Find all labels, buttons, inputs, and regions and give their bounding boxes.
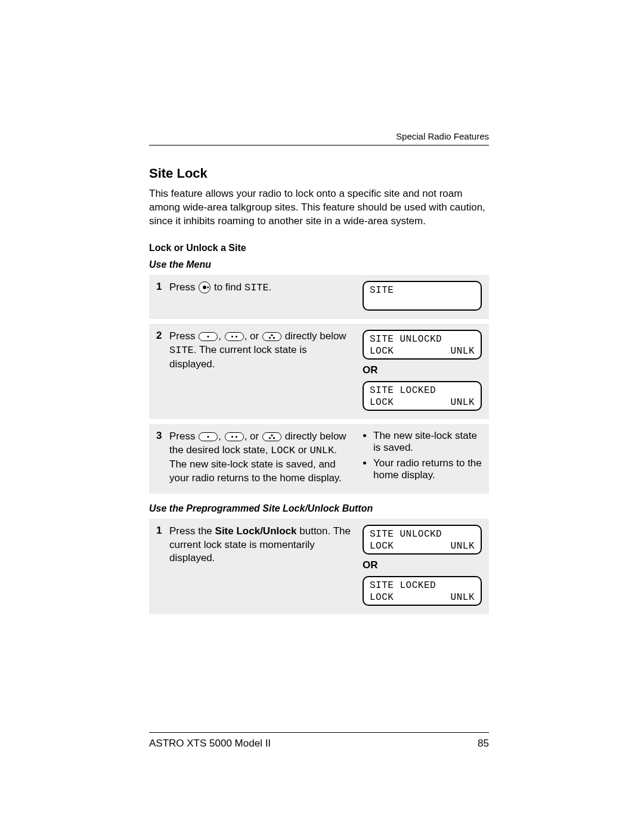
lcd-display-site: SITE (363, 281, 482, 311)
svg-point-6 (273, 337, 275, 339)
lcd-line: SITE UNLOCKD (370, 333, 475, 345)
lcd-softkey-lock: LOCK (370, 397, 394, 408)
softkey-one-dot-icon (199, 332, 218, 341)
subheading-use-button: Use the Preprogrammed Site Lock/Unlock B… (149, 503, 489, 514)
step-1-number: 1 (156, 281, 169, 293)
softkey-one-dot-icon (199, 432, 218, 441)
section-title: Site Lock (149, 166, 489, 181)
result-bullet: Your radio returns to the home display. (373, 457, 482, 481)
subheading-lock-unlock: Lock or Unlock a Site (149, 243, 489, 253)
result-bullet: The new site-lock state is saved. (373, 430, 482, 454)
lcd-line: SITE UNLOCKD (370, 528, 475, 540)
step-3-block: 3 Press , , or directly below the desire… (149, 424, 489, 494)
svg-point-4 (271, 334, 273, 336)
softkey-two-dots-icon (225, 332, 244, 341)
svg-point-1 (208, 336, 209, 337)
svg-point-0 (203, 286, 206, 289)
button-step-1-text: Press the Site Lock/Unlock button. The c… (169, 525, 363, 566)
lcd-display-locked: SITE LOCKED LOCKUNLK (363, 381, 482, 411)
or-label: OR (363, 364, 482, 376)
lcd-display-locked: SITE LOCKED LOCKUNLK (363, 576, 482, 606)
footer-page-number: 85 (478, 738, 489, 750)
lcd-display-unlocked: SITE UNLOCKD LOCKUNLK (363, 330, 482, 360)
step-2-block: 2 Press , , or directly below SITE. The … (149, 324, 489, 419)
svg-point-5 (269, 337, 271, 339)
footer-model: ASTRO XTS 5000 Model II (149, 738, 271, 750)
running-head: Special Radio Features (149, 131, 489, 145)
step-3-text: Press , , or directly below the desired … (169, 430, 363, 485)
page-footer: ASTRO XTS 5000 Model II 85 (149, 732, 489, 750)
softkey-two-dots-icon (225, 432, 244, 441)
lcd-softkey-lock: LOCK (370, 345, 394, 357)
step-3-number: 3 (156, 430, 169, 442)
step-2-number: 2 (156, 330, 169, 342)
lcd-softkey-unlk: UNLK (451, 540, 475, 552)
or-label: OR (363, 559, 482, 571)
step-1-block: 1 Press to find SITE. SITE (149, 275, 489, 319)
svg-point-11 (269, 437, 271, 439)
lcd-softkey-lock: LOCK (370, 592, 394, 603)
subheading-use-menu: Use the Menu (149, 259, 489, 270)
svg-point-7 (208, 436, 209, 438)
svg-point-3 (236, 336, 237, 337)
svg-point-2 (231, 336, 233, 337)
lcd-display-unlocked: SITE UNLOCKD LOCKUNLK (363, 525, 482, 555)
step-3-result: The new site-lock state is saved. Your r… (363, 430, 482, 485)
svg-point-8 (231, 436, 233, 438)
softkey-three-dots-icon (262, 332, 281, 341)
lcd-line: SITE LOCKED (370, 580, 475, 592)
intro-paragraph: This feature allows your radio to lock o… (149, 187, 489, 228)
lcd-softkey-lock: LOCK (370, 540, 394, 552)
lcd-line: SITE LOCKED (370, 385, 475, 397)
lcd-line: SITE (370, 284, 475, 296)
step-2-text: Press , , or directly below SITE. The cu… (169, 330, 363, 371)
step-1-text: Press to find SITE. (169, 281, 363, 295)
button-step-1-number: 1 (156, 525, 169, 537)
nav-right-button-icon (199, 281, 210, 293)
lcd-softkey-unlk: UNLK (451, 397, 475, 408)
lcd-softkey-unlk: UNLK (451, 592, 475, 603)
svg-point-9 (236, 436, 237, 438)
softkey-three-dots-icon (262, 432, 281, 441)
svg-point-12 (273, 437, 275, 439)
lcd-softkey-unlk: UNLK (451, 345, 475, 357)
button-step-1-block: 1 Press the Site Lock/Unlock button. The… (149, 519, 489, 614)
svg-point-10 (271, 434, 273, 436)
page: Special Radio Features Site Lock This fe… (0, 0, 644, 833)
